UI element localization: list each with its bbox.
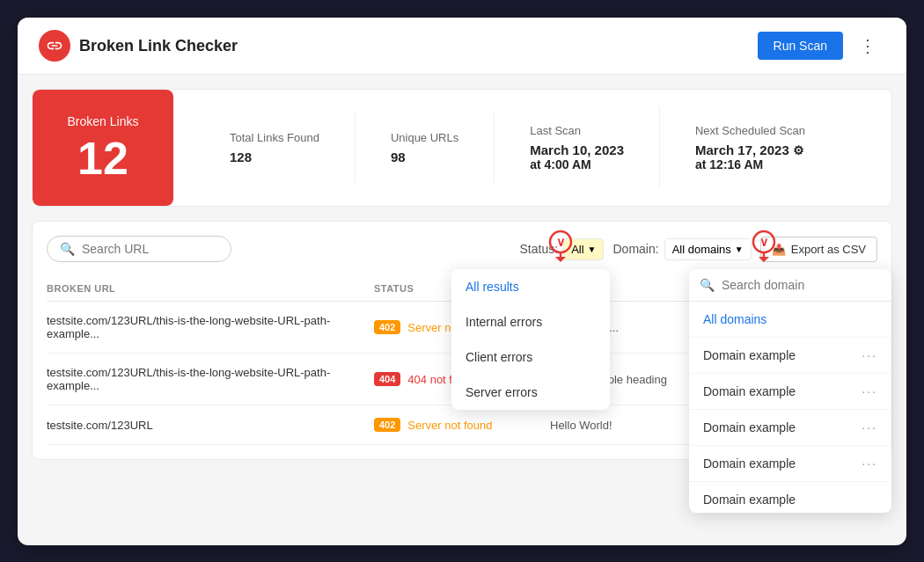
domain-filter-group: Domain: All domains ▼ [612, 238, 751, 260]
header-left: Broken Link Checker [39, 30, 238, 62]
domain-label: Domain: [612, 242, 658, 256]
next-scan-time: at 12:16 AM [695, 157, 805, 172]
status-badge-404: 404 [374, 372, 400, 386]
gear-icon[interactable]: ⚙ [793, 143, 804, 157]
next-scan-label: Next Scheduled Scan [695, 124, 805, 137]
domain-item-1[interactable]: Domain example ··· [689, 338, 891, 374]
col-broken-url: BROKEN URL [47, 283, 374, 294]
broken-links-label: Broken Links [68, 114, 139, 128]
search-wrapper[interactable]: 🔍 [47, 236, 231, 262]
dropdown-item-all-results[interactable]: All results [451, 269, 610, 304]
total-links-label: Total Links Found [230, 131, 319, 144]
unique-urls-label: Unique URLs [391, 131, 458, 144]
broken-links-count: 12 [77, 135, 128, 181]
svg-marker-3 [555, 257, 566, 262]
status-badge-402: 402 [374, 418, 400, 432]
domain-search-input[interactable] [722, 278, 881, 292]
total-links-value: 128 [230, 150, 319, 164]
dropdown-item-server-errors[interactable]: Server errors [451, 375, 610, 410]
last-scan-time: at 4:00 AM [530, 157, 624, 172]
domain-item-dots[interactable]: ··· [862, 384, 877, 398]
next-scan-stat: Next Scheduled Scan March 17, 2023 ⚙ at … [660, 106, 840, 189]
domain-item-4[interactable]: Domain example ··· [689, 446, 891, 482]
status-badge-402: 402 [374, 320, 400, 334]
dropdown-item-client-errors[interactable]: Client errors [451, 339, 610, 375]
search-input[interactable] [82, 242, 218, 256]
dropdown-item-internal-errors[interactable]: Internal errors [451, 304, 610, 339]
stats-section: Broken Links 12 Total Links Found 128 Un… [32, 89, 892, 207]
run-scan-button[interactable]: Run Scan [758, 32, 843, 60]
domain-item-dots[interactable]: ··· [862, 348, 877, 362]
search-icon: 🔍 [60, 242, 75, 256]
stats-items: Total Links Found 128 Unique URLs 98 Las… [173, 90, 891, 206]
app-header: Broken Link Checker Run Scan ⋮ [18, 18, 906, 75]
url-cell: testsite.com/123URL/this-is-the-long-web… [47, 366, 374, 392]
domain-item-dots[interactable]: ··· [862, 420, 877, 434]
domain-dropdown-btn[interactable]: All domains ▼ [664, 238, 752, 260]
url-cell: testsite.com/123URL/this-is-the-long-web… [47, 314, 374, 340]
more-options-button[interactable]: ⋮ [852, 32, 885, 60]
unique-urls-stat: Unique URLs 98 [356, 113, 495, 182]
total-links-stat: Total Links Found 128 [194, 113, 356, 182]
domain-search-icon: 🔍 [700, 278, 715, 292]
status-text: Server not found [407, 419, 492, 432]
last-scan-date: March 10, 2023 [530, 142, 624, 157]
svg-text:∨: ∨ [556, 235, 565, 249]
status-dropdown: All results Internal errors Client error… [451, 269, 610, 410]
status-cell: 402 Server not found [374, 418, 550, 432]
header-right: Run Scan ⋮ [758, 32, 885, 60]
domain-search-wrapper[interactable]: 🔍 [689, 269, 891, 302]
status-chevron-icon: ▼ [588, 245, 597, 254]
unique-urls-value: 98 [391, 150, 458, 164]
last-scan-stat: Last Scan March 10, 2023 at 4:00 AM [495, 106, 660, 189]
domain-list: All domains Domain example ··· Domain ex… [689, 302, 891, 513]
svg-marker-7 [759, 257, 769, 262]
domain-dropdown: 🔍 All domains Domain example ··· Domain … [689, 269, 891, 513]
domain-item-2[interactable]: Domain example ··· [689, 374, 891, 410]
svg-text:∨: ∨ [759, 235, 768, 249]
domain-chevron-icon: ▼ [735, 245, 744, 254]
next-scan-date: March 17, 2023 ⚙ [695, 142, 805, 157]
url-cell: testsite.com/123URL [47, 419, 374, 432]
last-scan-label: Last Scan [530, 124, 624, 137]
domain-item-3[interactable]: Domain example ··· [689, 410, 891, 446]
domain-item-dots[interactable]: ··· [862, 456, 877, 471]
domain-item-5[interactable]: Domain example [689, 482, 891, 513]
domain-arrow-indicator: ∨ [751, 229, 777, 266]
export-csv-button[interactable]: 📤 Export as CSV [760, 237, 877, 262]
broken-links-card: Broken Links 12 [33, 90, 173, 206]
domain-item-all[interactable]: All domains [689, 302, 891, 338]
toolbar: 🔍 Status: All ▼ Domain: All domains ▼ [47, 236, 877, 262]
app-logo [39, 30, 70, 62]
status-arrow-indicator: ∨ [547, 229, 574, 266]
content-area: 🔍 Status: All ▼ Domain: All domains ▼ [32, 221, 892, 460]
app-title: Broken Link Checker [79, 37, 238, 55]
